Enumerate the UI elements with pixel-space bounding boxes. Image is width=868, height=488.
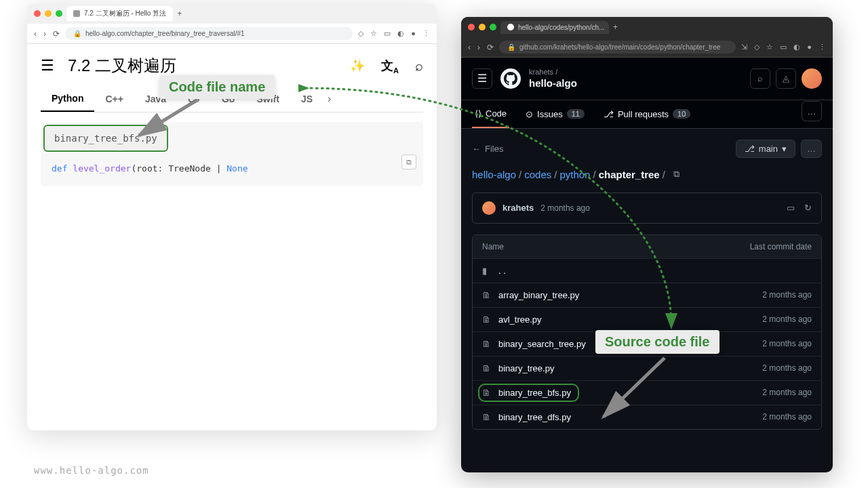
- browser-tab[interactable]: hello-algo/codes/python/ch...: [500, 21, 609, 34]
- file-row[interactable]: 🗎binary_tree.py2 months ago: [473, 356, 821, 380]
- nav-pulls[interactable]: ⎇ Pull requests 10: [601, 101, 693, 127]
- more-icon[interactable]: …: [802, 101, 822, 121]
- issues-icon: ⊙: [526, 109, 533, 119]
- commit-author[interactable]: krahets: [502, 203, 534, 213]
- maximize-icon[interactable]: [56, 10, 62, 17]
- file-name: binary_tree.py: [498, 363, 554, 373]
- new-tab-icon[interactable]: +: [177, 9, 182, 18]
- url-field[interactable]: 🔒 github.com/krahets/hello-algo/tree/mai…: [499, 41, 736, 54]
- commit-sha-icon[interactable]: ▭: [787, 203, 795, 213]
- file-icon: 🗎: [482, 339, 492, 349]
- close-icon[interactable]: [34, 10, 41, 17]
- lock-icon: 🔒: [507, 43, 515, 51]
- url-field[interactable]: 🔒 hello-algo.com/chapter_tree/binary_tre…: [65, 27, 353, 40]
- extension-icon[interactable]: ▭: [384, 29, 391, 38]
- last-commit-box: krahets 2 months ago ▭ ↻: [472, 192, 822, 224]
- maximize-icon[interactable]: [490, 24, 496, 30]
- tab-js[interactable]: JS: [290, 87, 323, 111]
- file-time: 2 months ago: [762, 314, 812, 324]
- footer-link: www.hello-algo.com: [34, 465, 149, 476]
- profile-icon[interactable]: ●: [807, 43, 812, 52]
- forward-icon[interactable]: ›: [477, 43, 480, 52]
- files-back-link[interactable]: ← Files: [472, 144, 503, 154]
- page-title: 7.2 二叉树遍历: [68, 55, 176, 77]
- github-logo-icon[interactable]: [500, 68, 521, 89]
- theme-icon[interactable]: ✨: [350, 58, 365, 73]
- browser-tab[interactable]: 7.2 二叉树遍历 - Hello 算法: [66, 6, 173, 21]
- search-icon[interactable]: ⌕: [750, 68, 770, 89]
- menu-icon[interactable]: ☰: [472, 68, 492, 89]
- arrow-left-icon: ←: [472, 144, 481, 154]
- file-row[interactable]: 🗎binary_tree_bfs.py2 months ago: [473, 380, 821, 405]
- profile-icon[interactable]: ◐: [793, 43, 800, 52]
- star-icon[interactable]: ☆: [766, 43, 773, 52]
- breadcrumb-link[interactable]: python: [559, 169, 590, 180]
- file-icon: 🗎: [482, 388, 492, 398]
- tab-title: hello-algo/codes/python/ch...: [518, 24, 604, 31]
- reload-icon[interactable]: ⟳: [53, 29, 60, 39]
- menu-icon[interactable]: ⋮: [818, 43, 826, 52]
- annotation-label: Source code file: [595, 330, 719, 354]
- extension-icon[interactable]: ⇲: [741, 43, 747, 52]
- new-tab-icon[interactable]: +: [613, 22, 618, 32]
- file-name: binary_tree_bfs.py: [498, 388, 571, 398]
- commit-time: 2 months ago: [540, 203, 590, 213]
- minimize-icon[interactable]: [479, 24, 486, 30]
- address-bar: ‹ › ⟳ 🔒 hello-algo.com/chapter_tree/bina…: [27, 24, 437, 44]
- file-row[interactable]: 🗎binary_tree_dfs.py2 months ago: [473, 405, 821, 429]
- file-icon: 🗎: [482, 412, 492, 422]
- breadcrumb-current: chapter_tree: [599, 169, 660, 180]
- file-row[interactable]: 🗎array_binary_tree.py2 months ago: [473, 283, 821, 307]
- avatar[interactable]: [802, 68, 822, 89]
- nav-code[interactable]: ⟨⟩ Code: [472, 100, 509, 128]
- annotation-label: Code file name: [159, 75, 275, 99]
- parent-dir-row[interactable]: ▮ . .: [473, 258, 821, 283]
- pull-request-icon: ⎇: [604, 109, 614, 119]
- profile-icon[interactable]: ◐: [397, 29, 404, 38]
- file-icon: 🗎: [482, 363, 492, 373]
- file-time: 2 months ago: [762, 339, 812, 348]
- lock-icon: 🔒: [73, 30, 81, 37]
- file-time: 2 months ago: [762, 363, 812, 373]
- branch-selector[interactable]: ⎇ main ▾: [736, 140, 795, 158]
- close-icon[interactable]: [468, 24, 475, 30]
- pulls-count: 10: [673, 109, 690, 119]
- copy-button[interactable]: ⧉: [401, 155, 416, 169]
- file-name: binary_search_tree.py: [498, 339, 586, 349]
- tabs-more-icon[interactable]: ›: [323, 93, 335, 105]
- page-content: ☰ 7.2 二叉树遍历 ✨ 文A ⌕ Python C++ Java C# Go…: [27, 44, 437, 197]
- extension-icon[interactable]: ◇: [754, 43, 760, 52]
- browser-window-left: 7.2 二叉树遍历 - Hello 算法 + ‹ › ⟳ 🔒 hello-alg…: [27, 3, 437, 430]
- profile-icon[interactable]: ●: [411, 29, 416, 38]
- breadcrumb-link[interactable]: hello-algo: [472, 169, 516, 180]
- extension-icon[interactable]: ▭: [780, 43, 787, 52]
- code-icon: ⟨⟩: [475, 108, 481, 119]
- breadcrumb: hello-algo / codes / python / chapter_tr…: [472, 169, 822, 180]
- browser-chrome: hello-algo/codes/python/ch... +: [461, 17, 833, 37]
- reload-icon[interactable]: ⟳: [487, 43, 494, 52]
- repo-title[interactable]: krahets / hello-algo: [529, 67, 577, 90]
- tab-python[interactable]: Python: [41, 86, 94, 112]
- file-row[interactable]: 🗎avl_tree.py2 months ago: [473, 307, 821, 331]
- history-icon[interactable]: ↻: [804, 203, 812, 213]
- menu-icon[interactable]: ☰: [41, 57, 54, 75]
- forward-icon[interactable]: ›: [43, 29, 46, 39]
- extension-icon[interactable]: ◇: [358, 29, 363, 38]
- issues-count: 11: [567, 109, 585, 119]
- minimize-icon[interactable]: [45, 10, 52, 17]
- inbox-icon[interactable]: ◬: [776, 68, 796, 89]
- nav-issues[interactable]: ⊙ Issues 11: [523, 101, 587, 127]
- copy-path-icon[interactable]: ⧉: [673, 169, 679, 180]
- search-icon[interactable]: ⌕: [415, 58, 423, 74]
- star-icon[interactable]: ☆: [370, 29, 377, 38]
- avatar[interactable]: [482, 201, 496, 215]
- back-icon[interactable]: ‹: [34, 29, 37, 39]
- more-button[interactable]: …: [801, 140, 822, 158]
- breadcrumb-link[interactable]: codes: [524, 169, 551, 180]
- translate-icon[interactable]: 文A: [381, 58, 399, 75]
- menu-icon[interactable]: ⋮: [422, 29, 430, 38]
- folder-icon: ▮: [482, 266, 492, 276]
- back-icon[interactable]: ‹: [468, 43, 471, 52]
- tab-cpp[interactable]: C++: [94, 87, 134, 111]
- file-time: 2 months ago: [762, 290, 812, 300]
